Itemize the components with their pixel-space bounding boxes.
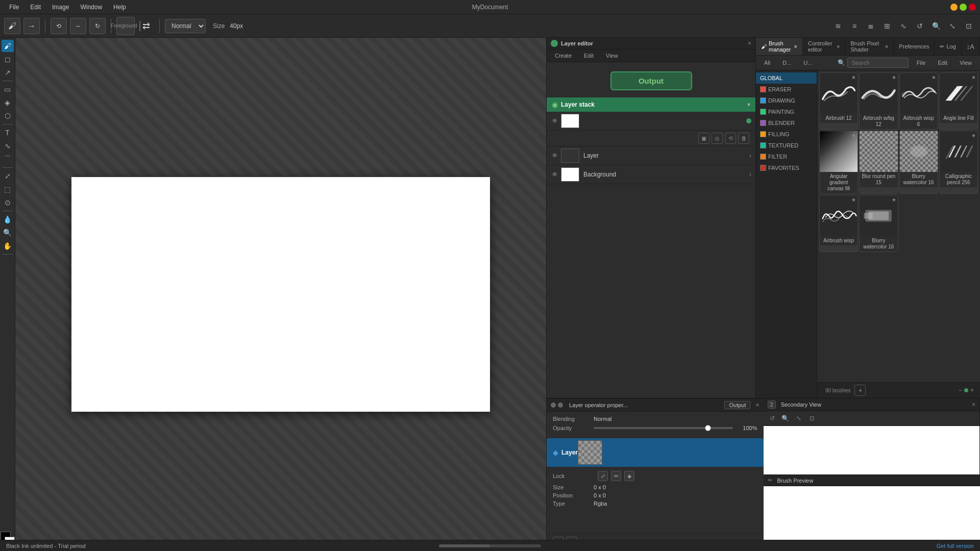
- brush-filter-all[interactable]: All: [760, 59, 774, 67]
- layout-icon[interactable]: ⊡: [962, 19, 976, 33]
- tool-lasso[interactable]: ⊙: [2, 196, 14, 209]
- layer-eye-3[interactable]: 👁: [551, 170, 559, 179]
- layer-tab-view[interactable]: View: [602, 52, 622, 60]
- layer-stack-header[interactable]: ◉ Layer stack ▾: [547, 97, 755, 112]
- sec-settings-btn[interactable]: ⊡: [806, 413, 818, 424]
- opacity-thumb[interactable]: [705, 425, 711, 431]
- foreground-color-box[interactable]: Foreground: [116, 17, 135, 35]
- category-all[interactable]: GLOBAL: [756, 72, 817, 84]
- category-blender[interactable]: BLENDER: [756, 117, 817, 129]
- brush-scroll-minus[interactable]: −: [957, 387, 964, 394]
- brush-star-9[interactable]: ★: [851, 197, 856, 203]
- sec-layout-btn[interactable]: ⤡: [793, 413, 804, 424]
- drawing-canvas[interactable]: [71, 177, 490, 412]
- brush-edit-menu[interactable]: Edit: [934, 59, 951, 67]
- brush-style-2-icon[interactable]: ≡: [847, 19, 862, 33]
- tool-pan[interactable]: ✋: [2, 240, 14, 252]
- layer-expand-2[interactable]: ›: [749, 152, 751, 159]
- tool-smudge[interactable]: ↗: [2, 66, 14, 79]
- curve-icon[interactable]: ∿: [896, 19, 911, 33]
- minimize-btn[interactable]: −: [950, 4, 958, 11]
- tool-text[interactable]: T: [2, 127, 14, 139]
- brush-star-4[interactable]: ★: [971, 74, 976, 80]
- category-drawing[interactable]: DRAWING: [756, 95, 817, 106]
- menu-item-image[interactable]: Image: [47, 3, 74, 12]
- layer-props-close[interactable]: ×: [755, 402, 759, 409]
- brush-item-blur[interactable]: ★ Blur round pen 15: [859, 131, 898, 194]
- layer-tool-group[interactable]: ◎: [712, 133, 723, 144]
- layer-tab-create[interactable]: Create: [551, 52, 576, 60]
- layer-selected-row[interactable]: ◆ Layer: [547, 438, 764, 467]
- tab-log[interactable]: ✏ Log: [935, 38, 961, 55]
- rotate-btn[interactable]: ↻: [89, 18, 106, 34]
- brush-view-menu[interactable]: View: [955, 59, 976, 67]
- menu-item-window[interactable]: Window: [75, 3, 107, 12]
- brush-item-gradient[interactable]: ★ Angular gradient canvas fill: [819, 131, 858, 194]
- output-button[interactable]: Output: [610, 71, 692, 90]
- category-painting[interactable]: PAINTING: [756, 106, 817, 117]
- layer-eye-2[interactable]: 👁: [551, 152, 559, 160]
- brush-star-10[interactable]: ★: [892, 197, 896, 203]
- maximize-btn[interactable]: +: [960, 4, 967, 11]
- color-swap-btn[interactable]: ⇄: [138, 18, 154, 34]
- menu-item-edit[interactable]: Edit: [25, 3, 46, 12]
- brush-manager-close[interactable]: ×: [794, 43, 797, 49]
- category-favorites[interactable]: FAVORITES: [756, 162, 817, 173]
- sec-fit-btn[interactable]: 🔍: [780, 413, 791, 424]
- menu-item-help[interactable]: Help: [108, 3, 131, 12]
- brush-star-5[interactable]: ★: [851, 133, 856, 138]
- flip-btn[interactable]: ↔: [70, 18, 86, 34]
- transform-btn[interactable]: ⟲: [51, 18, 67, 34]
- brush-star-3[interactable]: ★: [932, 74, 936, 80]
- lock-transform-icon[interactable]: ⤢: [598, 471, 608, 481]
- tab-preferences[interactable]: Preferences: [894, 38, 935, 55]
- brush-star-6[interactable]: ★: [892, 133, 896, 138]
- search-input[interactable]: [847, 58, 909, 68]
- category-eraser[interactable]: ERASER: [756, 84, 817, 95]
- brush-item-angle[interactable]: ★ Angle line Fill: [939, 72, 978, 130]
- zoom-icon[interactable]: 🔍: [929, 19, 943, 33]
- tool-fill[interactable]: ▭: [2, 83, 14, 95]
- brush-pixel-close[interactable]: ×: [885, 43, 888, 49]
- blend-mode-select[interactable]: Normal Multiply Screen Overlay: [165, 19, 206, 33]
- layer-item-3[interactable]: 👁 Background ›: [547, 165, 755, 184]
- layer-item-1[interactable]: 👁: [547, 112, 755, 131]
- category-filling[interactable]: FILLING: [756, 129, 817, 140]
- brush-item-watercolor[interactable]: ★ Blurry watercolor 16: [899, 131, 938, 194]
- lock-alpha-icon[interactable]: ◈: [624, 471, 634, 481]
- sort-options-btn[interactable]: ↕A: [962, 38, 980, 55]
- canvas-area[interactable]: [15, 38, 546, 551]
- tab-brush-manager[interactable]: 🖌 Brush manager ×: [756, 38, 803, 55]
- tool-vector[interactable]: ⌒: [2, 153, 14, 165]
- brush-file-menu[interactable]: File: [913, 59, 930, 67]
- layer-tab-edit[interactable]: Edit: [580, 52, 598, 60]
- category-filter[interactable]: FILTER: [756, 151, 817, 162]
- brush-style-3-icon[interactable]: ≣: [864, 19, 878, 33]
- brush-item-airbrush-wbg[interactable]: ★ Airbrush w/bg 12: [859, 72, 898, 130]
- brush-item-airbrush12[interactable]: ★ Airbrush 12: [819, 72, 858, 130]
- brush-tool-btn[interactable]: 🖌: [4, 18, 20, 34]
- secondary-close[interactable]: ×: [972, 401, 975, 408]
- layer-tool-delete[interactable]: 🗑: [738, 133, 749, 144]
- layer-tool-new[interactable]: ▣: [698, 133, 709, 144]
- undo-icon[interactable]: ↺: [913, 19, 927, 33]
- tool-eyedropper[interactable]: 💧: [2, 213, 14, 226]
- layer-editor-close[interactable]: ×: [748, 40, 751, 47]
- brush-item-watercolor2[interactable]: ★ Blurry watercolor 16: [859, 195, 898, 252]
- fit-icon[interactable]: ⤡: [945, 19, 960, 33]
- layer-editor-dot[interactable]: [551, 40, 558, 47]
- brush-style-4-icon[interactable]: ⊞: [880, 19, 894, 33]
- brush-scroll-plus[interactable]: +: [968, 387, 976, 394]
- arrow-tool-btn[interactable]: →: [23, 18, 40, 34]
- category-textured[interactable]: TEXTURED: [756, 140, 817, 151]
- tab-controller-editor[interactable]: Controller editor ×: [803, 38, 846, 55]
- brush-star-8[interactable]: ★: [971, 133, 976, 138]
- brush-style-1-icon[interactable]: ≋: [831, 19, 845, 33]
- sec-zoom-btn[interactable]: ↺: [767, 413, 778, 424]
- menu-item-file[interactable]: File: [4, 3, 24, 12]
- tab-brush-pixel-shader[interactable]: Brush Pixel Shader ×: [845, 38, 894, 55]
- brush-star-7[interactable]: ★: [932, 133, 936, 138]
- tool-zoom-tool[interactable]: 🔍: [2, 227, 14, 239]
- tool-brush[interactable]: 🖌: [2, 40, 14, 52]
- brush-star-1[interactable]: ★: [851, 74, 856, 80]
